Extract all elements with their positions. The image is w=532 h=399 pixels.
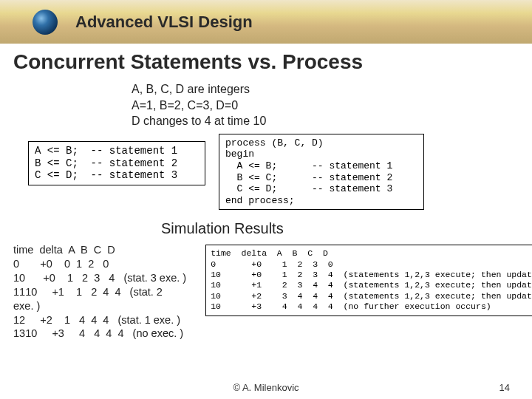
simulation-results-heading: Simulation Results: [161, 220, 519, 237]
slide-header: Advanced VLSI Design: [0, 0, 532, 44]
slide-title: Concurrent Statements vs. Process: [13, 50, 519, 74]
code-row: A <= B; -- statement 1 B <= C; -- statem…: [13, 134, 519, 211]
intro-block: A, B, C, D are integers A=1, B=2, C=3, D…: [132, 81, 519, 129]
slide-footer: © A. Milenkovic 14: [0, 382, 532, 393]
concurrent-results: time delta A B C D 0 +0 0 1 2 0 10 +0 1 …: [13, 243, 186, 341]
footer-page-number: 14: [499, 382, 510, 393]
results-row: time delta A B C D 0 +0 0 1 2 0 10 +0 1 …: [13, 243, 519, 341]
footer-author: © A. Milenkovic: [233, 382, 299, 393]
process-code-block: process (B, C, D) begin A <= B; -- state…: [219, 134, 424, 211]
intro-line: D changes to 4 at time 10: [132, 113, 519, 129]
slide-body: Concurrent Statements vs. Process A, B, …: [0, 44, 532, 341]
intro-line: A, B, C, D are integers: [132, 81, 519, 98]
course-title: Advanced VLSI Design: [75, 13, 253, 32]
globe-icon: [33, 10, 58, 35]
intro-line: A=1, B=2, C=3, D=0: [132, 98, 519, 114]
process-results: time delta A B C D 0 +0 1 2 3 0 10 +0 1 …: [205, 245, 532, 316]
concurrent-code-block: A <= B; -- statement 1 B <= C; -- statem…: [28, 141, 205, 185]
